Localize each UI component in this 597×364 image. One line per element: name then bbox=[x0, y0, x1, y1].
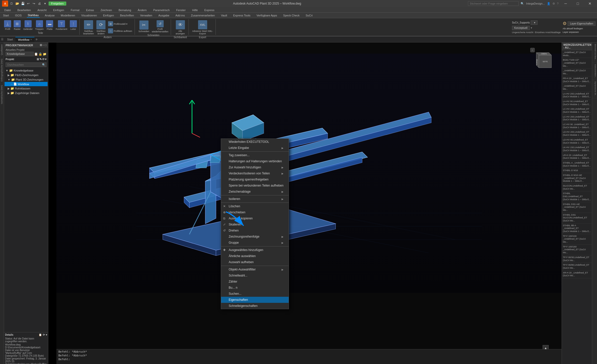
fundament-btn[interactable]: ⊤ Fundament bbox=[55, 20, 68, 31]
menu-zusammen[interactable]: Zusammenarbeiten bbox=[190, 13, 216, 17]
stahlbau-bearbeiten-btn[interactable]: ✏ Stahlbaubearbeiten bbox=[82, 20, 95, 35]
help-icon[interactable]: ? bbox=[557, 2, 559, 5]
rp-item-2[interactable]: _Undefined_ET (SuCri Mo... bbox=[562, 69, 592, 76]
rp-item-xr-h20[interactable]: XR-H 20 _Undefined_ET(SuCri Mo... bbox=[562, 271, 592, 278]
proj-icon3[interactable]: 📁 bbox=[43, 52, 47, 56]
sidebar-toggle[interactable]: ☰ bbox=[1, 38, 4, 41]
left-tab-iso[interactable]: Isometrische DWG bbox=[0, 83, 4, 106]
platte-btn[interactable]: ▬ Platte bbox=[45, 20, 54, 31]
rp-item-la-hv200[interactable]: LA-HV 200,Undefined_ET(SuCri Module 1 – … bbox=[562, 92, 592, 99]
proj-icon1[interactable]: 📋 bbox=[34, 52, 38, 56]
ctx-sperre[interactable]: Sperre bei verbundenen Teilen aufheben bbox=[221, 183, 289, 189]
pm-icon2[interactable]: ─ bbox=[42, 43, 45, 47]
freigeben-button[interactable]: Freigeben bbox=[49, 2, 66, 6]
ctx-verschieben[interactable]: ⊕ Verschieben bbox=[221, 209, 289, 215]
tree-knowledgebase[interactable]: ▼ 📁 Knowledgebase bbox=[5, 68, 48, 73]
tree-rohrklassen[interactable]: ▶ 📁 Rohrklassen bbox=[5, 86, 48, 91]
rp-item-ld-hv200[interactable]: LD-HV 200,Undefined_ET(SuCri Module 1 – … bbox=[562, 130, 592, 138]
rp-item-stabil-d-m16-me[interactable]: STABIL-D M16 mE_Undefined_ET (SuCri Modu… bbox=[562, 173, 592, 184]
ctx-drehen[interactable]: ↺ Drehen bbox=[221, 228, 289, 234]
rp-item-lc-hv90[interactable]: LC-HV 90 ,Undefined_ET(SuCri Module 1 – … bbox=[562, 122, 592, 130]
rp-item-silicon[interactable]: SILICON,Undefined_ET(SuCri Mo... bbox=[562, 184, 592, 191]
ctx-verdecken[interactable]: Verdecken/Isolieren von Teilen ▶ bbox=[221, 170, 289, 176]
tab-bearbeiten[interactable]: Bearbeiten bbox=[14, 8, 34, 12]
viewport[interactable]: OBEN VORNE SEITE ⌂ ▲ ◀ ⌂ ▶ ▼ bbox=[56, 42, 562, 364]
rp-item-la-hv90[interactable]: LA-HV 90,Undefined_ET(SuCri Module 1 – S… bbox=[562, 99, 592, 107]
menu-vault[interactable]: Vault bbox=[220, 13, 228, 17]
ctx-halterungen[interactable]: Halterungen auf Halterungen verbinden bbox=[221, 158, 289, 164]
proj-section-icon1[interactable]: ⊞ bbox=[37, 58, 39, 61]
rp-item-stabil-d3g-me[interactable]: STABIL D3G mE_Undefined_ET (SuCri Mo... bbox=[562, 202, 592, 213]
stahlbau-aendern-btn[interactable]: ⟳ Stahlbauändern bbox=[95, 20, 106, 35]
ctx-loeschen[interactable]: ✕ Löschen bbox=[221, 203, 289, 209]
rp-item-3[interactable]: FR-H 20 _Undefined_ET(SuCri Module 1 – S… bbox=[562, 76, 592, 84]
project-dropdown[interactable]: Knowledgebase bbox=[6, 52, 34, 56]
rp-item-stabil-d3g[interactable]: STABIL D3G,Undefined_ET(SuCri Module 1 –… bbox=[562, 191, 592, 202]
add-tab-button[interactable]: + bbox=[35, 37, 38, 42]
settings-icon[interactable]: ⚙ bbox=[552, 2, 555, 5]
ctx-zaehler[interactable]: Zähler bbox=[221, 279, 289, 285]
layer-anpassen-btn[interactable]: Layer anpassen bbox=[563, 31, 595, 33]
user-icon[interactable]: 👤 bbox=[547, 2, 550, 5]
ctx-isolieren[interactable]: Isolieren ▶ bbox=[221, 196, 289, 202]
gelaender-btn[interactable]: ⌇ Geländer bbox=[22, 20, 34, 31]
ctx-skalieren[interactable]: ⤢ Skalieren bbox=[221, 221, 289, 228]
search-input[interactable] bbox=[468, 1, 519, 6]
tab-extras[interactable]: Extras bbox=[83, 8, 97, 12]
menu-beschriften[interactable]: Beschriften bbox=[119, 13, 135, 17]
ctx-eigenschaften[interactable]: Eigenschaften bbox=[221, 297, 289, 303]
minimize-button[interactable]: ─ bbox=[561, 0, 571, 7]
save-btn[interactable]: 💾 bbox=[20, 1, 25, 6]
tree-search-input[interactable] bbox=[6, 62, 47, 67]
menu-addins[interactable]: Add-ins bbox=[174, 13, 186, 17]
rp-item-ld-hv90[interactable]: LD-HV 90,Undefined_ET(SuCri Module 1 – S… bbox=[562, 138, 592, 145]
tree-workflow[interactable]: ─ 📄 Workflow bbox=[5, 82, 48, 86]
rp-item-lc-hv150[interactable]: LC-HV 150,Undefined_ET(SuCri Module 1 – … bbox=[562, 107, 592, 115]
left-tab-quelldaten[interactable]: Quelldaten bbox=[0, 42, 4, 57]
ctx-objekt-filter[interactable]: Objekt-Auswahlfilter ▶ bbox=[221, 266, 289, 272]
ctx-bun[interactable]: Bu... n bbox=[221, 285, 289, 291]
schneiden-btn[interactable]: ✂ Schneiden bbox=[137, 20, 150, 33]
rp-item-4[interactable]: _Undefined_ET (SuCri Mo... bbox=[562, 84, 592, 92]
layer-dropdown-btn[interactable]: Layer-Eigenschaften bbox=[568, 21, 595, 26]
konzeptuell-dropdown[interactable]: Konzeptuell bbox=[512, 26, 530, 30]
close-button[interactable]: ✕ bbox=[585, 0, 595, 7]
new-btn[interactable]: 🗋 bbox=[9, 1, 14, 6]
ctx-tag[interactable]: Tag zuweisen... bbox=[221, 152, 289, 158]
ctx-auswahl-kopieren[interactable]: ⧉ Auswahl kopieren bbox=[221, 215, 289, 221]
menu-einfuegen[interactable]: Einfügen bbox=[102, 13, 115, 17]
menu-speck[interactable]: Speck Check bbox=[282, 13, 301, 17]
ctx-auswahl-hinzufuegen[interactable]: Zur Auswahl hinzufügen ▶ bbox=[221, 164, 289, 170]
pm-icon1[interactable]: ⊞ bbox=[40, 43, 42, 47]
right-tab-bloecke[interactable]: Blöckabl zur Bea... bbox=[592, 42, 597, 63]
menu-start[interactable]: Start bbox=[2, 13, 10, 17]
tab-zeichnen[interactable]: Zeichnen bbox=[97, 8, 115, 12]
rp-item-stabil-d-m16[interactable]: STABIL-D M16 bbox=[562, 168, 592, 173]
left-tab-ortho[interactable]: Orthographische DWG bbox=[0, 57, 4, 83]
advance-xml-btn[interactable]: XML Advance Steel XML-Export bbox=[191, 20, 214, 35]
profilmodell-btn[interactable]: ⊞ Profilmodell ▾ bbox=[107, 21, 133, 27]
tab-fenster[interactable]: Fenster bbox=[173, 8, 189, 12]
leiter-btn[interactable]: ⋮ Leiter bbox=[69, 20, 78, 31]
details-icon1[interactable]: 📋 bbox=[39, 333, 42, 336]
rp-item-tp-f80-80[interactable]: TP F 80/80,Undefined_ET(SuCri Mo... bbox=[562, 263, 592, 270]
tab-workflow-close[interactable]: × bbox=[30, 38, 32, 41]
proj-icon2[interactable]: 🔒 bbox=[38, 52, 42, 56]
menu-analyse[interactable]: Analyse bbox=[44, 13, 56, 17]
rp-item-stabil-d3g-si[interactable]: STABIL D3G SILICON,Undefined_ET (SuCri M… bbox=[562, 213, 592, 223]
tab-bemalung[interactable]: Bemalung bbox=[115, 8, 135, 12]
menu-visualisieren[interactable]: Visualisieren bbox=[80, 13, 98, 17]
proj-section-icon3[interactable]: ⟳ bbox=[42, 58, 45, 61]
right-tab-dynamisch[interactable]: Dynamische Bl... bbox=[592, 80, 597, 98]
tab-format[interactable]: Format bbox=[67, 8, 83, 12]
tree-plant3d[interactable]: ▼ 📁 Plant 3D-Zeichnungen bbox=[5, 77, 48, 82]
ctx-aehnliche[interactable]: Ähnliche auswählen bbox=[221, 253, 289, 259]
rp-item-lc-hv200[interactable]: LC-HV 200,Undefined_ET(SuCri Module 1 – … bbox=[562, 115, 592, 122]
tree-pid[interactable]: ▶ 📁 P&ID-Zeichnungen bbox=[5, 73, 48, 77]
maximize-button[interactable]: □ bbox=[573, 0, 583, 7]
ctx-zeichnung[interactable]: Zeichnungsreihenfolge ▶ bbox=[221, 234, 289, 240]
menu-verfuegbare[interactable]: Verfügbare Apps bbox=[255, 13, 278, 17]
rp-item-lk-hv150[interactable]: LK-HV 150,Undefined_ET(SuCri Module 1 – … bbox=[562, 145, 592, 153]
treppen-btn[interactable]: ⌂ Treppen bbox=[34, 20, 45, 31]
tab-express[interactable]: Express bbox=[201, 8, 218, 12]
